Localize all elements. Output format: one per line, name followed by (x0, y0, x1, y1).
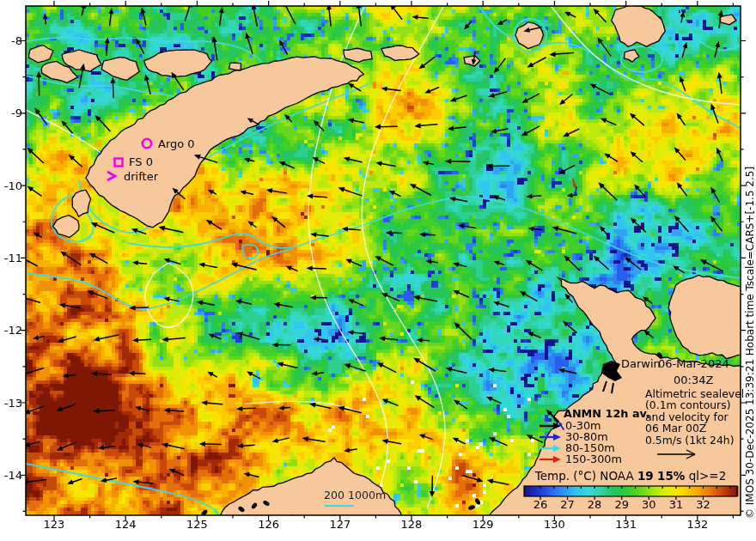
colorbar-tick-label: 31 (662, 498, 691, 511)
anmn-legend-title: ANMN 12h av. (564, 407, 650, 420)
anmn-legend-rows: 0-30m30-80m80-150m150-300m (538, 420, 650, 465)
x-axis-tick-label: 128 (393, 518, 430, 531)
imos-watermark: © IMOS 30-Dec-2025 13:39:21 Hobart time … (744, 0, 756, 541)
x-axis-tick-label: 132 (679, 518, 716, 531)
anmn-legend: ANMN 12h av. 0-30m30-80m80-150m150-300m (538, 407, 650, 465)
map-date: 06-Mar-2024 (658, 358, 729, 370)
current-arrow-icon (538, 444, 562, 453)
altimetry-note-line: 06 Mar 00Z (645, 422, 744, 434)
y-axis-tick-label: -8 (0, 34, 22, 47)
colorbar-tick-label: 29 (607, 498, 637, 511)
colorbar-title-part: ql>=2 (685, 469, 726, 483)
x-axis-tick-label: 130 (535, 518, 573, 531)
argo-circle-icon (140, 137, 154, 154)
x-axis-tick-label: 123 (35, 518, 73, 531)
drifter-chevron-icon (105, 169, 119, 185)
colorbar-tick-label: 32 (689, 498, 718, 511)
altimetry-note-line: 0.5m/s (1kt 24h) (645, 435, 744, 446)
x-axis-tick-label: 127 (321, 518, 359, 531)
colorbar-title-part: 15% (657, 469, 685, 483)
colorbar-tick-label: 27 (553, 498, 582, 511)
y-axis-tick-label: -10 (0, 179, 22, 192)
colorbar-title-part: 19 (637, 469, 654, 483)
current-arrow-icon (538, 455, 562, 464)
anmn-legend-label: 150-300m (565, 453, 622, 465)
colorbar-tick-label: 30 (634, 498, 663, 511)
colorbar-tick-label: 26 (526, 498, 555, 511)
altimetry-note-line: (0.1m contours) (645, 399, 744, 410)
station-label: Darwin (621, 358, 661, 370)
y-axis-tick-label: -13 (0, 397, 22, 410)
y-axis-tick-label: -14 (0, 469, 22, 482)
sst-map-page: Darwin 06-Mar-2024 00:34Z Argo 0 FS 0 dr… (0, 0, 756, 541)
argo-label: Argo 0 (158, 137, 195, 150)
colorbar-title: Temp. (°C) NOAA 19 15% ql>=2 (524, 469, 737, 483)
anmn-legend-row: 150-300m (538, 453, 650, 465)
map-time: 00:34Z (674, 374, 713, 386)
fs-label: FS 0 (129, 155, 153, 168)
x-axis-tick-label: 131 (607, 518, 645, 531)
altimetry-note-line: Altimetric sealevel (645, 388, 744, 399)
y-axis-tick-label: -12 (0, 324, 22, 337)
y-axis-tick-label: -11 (0, 252, 22, 264)
altimetry-note-line: and velocity for (645, 411, 744, 422)
altimetry-note: Altimetric sealevel(0.1m contours)and ve… (645, 388, 744, 464)
x-axis-tick-label: 126 (250, 518, 288, 531)
y-axis-tick-label: -9 (0, 106, 22, 119)
velocity-scale-arrow-icon (655, 448, 700, 460)
depth-contour-note: 200 1000m (324, 489, 386, 501)
x-axis-tick-label: 125 (178, 518, 216, 531)
x-axis-tick-label: 129 (464, 518, 502, 531)
current-arrow-icon (538, 433, 562, 441)
current-arrow-icon (538, 422, 562, 430)
x-axis-tick-label: 124 (107, 518, 144, 531)
colorbar-tick-label: 28 (580, 498, 609, 511)
colorbar-title-part: Temp. (°C) NOAA (535, 469, 637, 483)
drifter-label: drifter (124, 170, 158, 183)
